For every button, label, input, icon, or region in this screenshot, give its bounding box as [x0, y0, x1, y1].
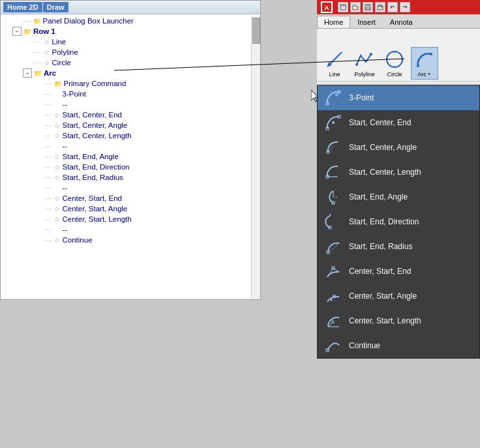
dropdown-item-start-end-radius[interactable]: Start, End, Radius [318, 234, 479, 259]
star-icon-continue: ☆ [53, 236, 61, 244]
dropdown-label-center-start-angle: Center, Start, Angle [349, 291, 417, 301]
tree-item-start-end-angle[interactable]: ····· ☆ Start, End, Angle [1, 151, 251, 162]
tree-item-continue[interactable]: ····· ☆ Continue [1, 235, 251, 245]
tree-item-sep1: ····· -- [1, 99, 251, 110]
tab-annota[interactable]: Annota [383, 16, 420, 28]
line-tool-icon [324, 49, 345, 70]
ribbon-titlebar: A [317, 0, 480, 14]
tree-item-sep3: ····· -- [1, 183, 251, 193]
arc-ser-icon [324, 237, 342, 256]
arc-3point-icon [324, 89, 342, 107]
tree-label-start-center-length: Start, Center, Length [63, 132, 132, 140]
tree-label-center-start-length: Center, Start, Length [63, 215, 132, 223]
tree-label-row1: Row 1 [33, 27, 55, 35]
redo-icon[interactable] [400, 2, 410, 12]
dropdown-label-3point: 3-Point [349, 93, 374, 102]
dropdown-item-start-end-angle[interactable]: Start, End, Angle [318, 185, 479, 209]
tree-item-primary-cmd[interactable]: ····· 📁 Primary Command [1, 78, 251, 89]
star-icon-sce: ☆ [53, 111, 61, 119]
tree-label-sep2: -- [53, 142, 68, 150]
tree-item-sep2: ····· -- [1, 141, 251, 151]
tree-item-start-center-end[interactable]: ····· ☆ Start, Center, End [1, 110, 251, 120]
open-icon[interactable] [350, 2, 361, 12]
tab-draw[interactable]: Draw [43, 2, 68, 12]
tool-circle[interactable]: Circle [381, 47, 408, 80]
dropdown-label-start-center-length: Start, Center, Length [349, 168, 421, 177]
ribbon-panel: A Home Insert Anno [317, 0, 480, 93]
tree-item-center-start-length[interactable]: ····· ☆ Center, Start, Length [1, 214, 251, 224]
tree-scrollbar[interactable] [251, 16, 260, 299]
tool-arc[interactable]: Arc ▼ [411, 47, 438, 80]
dropdown-item-start-center-end[interactable]: Start, Center, End [318, 110, 479, 135]
tab-home[interactable]: Home [317, 16, 350, 28]
svg-point-22 [430, 53, 432, 55]
dropdown-item-center-start-length[interactable]: Center, Start, Length [318, 308, 479, 333]
tree-label-sep4: -- [53, 226, 68, 233]
undo-icon[interactable] [387, 2, 398, 12]
tool-polyline[interactable]: Polyline [351, 47, 378, 80]
svg-text:N: N [333, 293, 337, 299]
tree-label-start-end-radius: Start, End, Radius [63, 173, 123, 181]
dropdown-item-start-center-angle[interactable]: Start, Center, Angle [318, 135, 479, 160]
circle-tool-label: Circle [387, 71, 402, 78]
tree-label-start-center-end: Start, Center, End [63, 111, 122, 119]
svg-text:A: A [325, 4, 329, 11]
star-icon-cse: ☆ [53, 194, 61, 202]
tree-item-line[interactable]: ····· ☆ Line [1, 37, 251, 47]
plot-icon[interactable] [375, 2, 385, 12]
tree-item-3point[interactable]: ····· 3-Point [1, 89, 251, 99]
tab-insert[interactable]: Insert [350, 16, 383, 28]
star-icon-circle: ☆ [43, 59, 51, 67]
dropdown-label-continue: Continue [349, 341, 380, 350]
dropdown-item-start-center-length[interactable]: Start, Center, Length [318, 160, 479, 185]
ribbon-content: Line Polyline [317, 29, 480, 81]
tree-item-panel-dialog[interactable]: ····· 📁 Panel Dialog Box Launcher [1, 16, 251, 26]
tree-item-arc[interactable]: − 📁 Arc [1, 68, 251, 78]
tree-item-start-end-radius[interactable]: ····· ☆ Start, End, Radius [1, 172, 251, 183]
new-icon[interactable] [338, 2, 348, 12]
quick-icons [338, 2, 410, 12]
dropdown-item-start-end-direction[interactable]: Start, End, Direction [318, 209, 479, 234]
star-icon-polyline: ☆ [43, 48, 51, 56]
expand-icon-row1[interactable]: − [12, 27, 22, 36]
tool-line[interactable]: Line [321, 47, 348, 80]
dropdown-item-continue[interactable]: Continue [318, 333, 479, 358]
star-icon-sca: ☆ [53, 121, 61, 129]
tree-label-start-center-angle: Start, Center, Angle [63, 121, 128, 129]
tree-item-polyline[interactable]: ····· ☆ Polyline [1, 47, 251, 57]
svg-rect-25 [336, 94, 338, 96]
save-icon[interactable] [363, 2, 373, 12]
folder-icon-row1: 📁 [23, 27, 32, 35]
polyline-tool-label: Polyline [354, 71, 375, 78]
tree-item-center-start-angle[interactable]: ····· ☆ Center, Start, Angle [1, 203, 251, 214]
tree-item-circle[interactable]: ····· ☆ Circle [1, 57, 251, 68]
tree-item-sep4: ····· -- [1, 224, 251, 235]
arc-continue-icon [324, 336, 342, 355]
tree-label-sep3: -- [53, 184, 68, 192]
arc-dropdown-area[interactable]: Arc ▼ [417, 70, 431, 78]
svg-rect-23 [326, 102, 329, 105]
arc-dropdown-arrow[interactable]: ▼ [427, 72, 432, 76]
arc-csl-icon [324, 312, 342, 330]
tree-item-row1[interactable]: − 📁 Row 1 [1, 26, 251, 37]
arc-sce-icon [324, 113, 342, 132]
dropdown-label-start-center-angle: Start, Center, Angle [349, 143, 417, 152]
star-icon-sed: ☆ [53, 163, 61, 171]
tree-item-center-start-end[interactable]: ····· ☆ Center, Start, End [1, 193, 251, 203]
dropdown-item-3point[interactable]: 3-Point [318, 85, 479, 110]
tree-item-start-end-direction[interactable]: ····· ☆ Start, End, Direction [1, 162, 251, 172]
arc-cse-icon [324, 262, 342, 280]
tree-item-start-center-angle[interactable]: ····· ☆ Start, Center, Angle [1, 120, 251, 130]
tab-home2d[interactable]: Home 2D [3, 2, 42, 12]
dropdown-item-center-start-angle[interactable]: N Center, Start, Angle [318, 284, 479, 308]
arc-tool-label: Arc [417, 71, 427, 78]
scrollbar-thumb[interactable] [252, 18, 260, 44]
arc-sed-icon [324, 213, 342, 231]
tree-item-start-center-length[interactable]: ····· ☆ Start, Center, Length [1, 130, 251, 141]
dropdown-item-center-start-end[interactable]: Center, Start, End [318, 259, 479, 284]
tree-label-line: Line [52, 38, 67, 46]
expand-icon-arc[interactable]: − [23, 68, 32, 78]
tree-label-polyline: Polyline [52, 48, 78, 56]
tree-label-sep1: -- [53, 100, 68, 108]
star-icon-scl: ☆ [53, 132, 61, 140]
